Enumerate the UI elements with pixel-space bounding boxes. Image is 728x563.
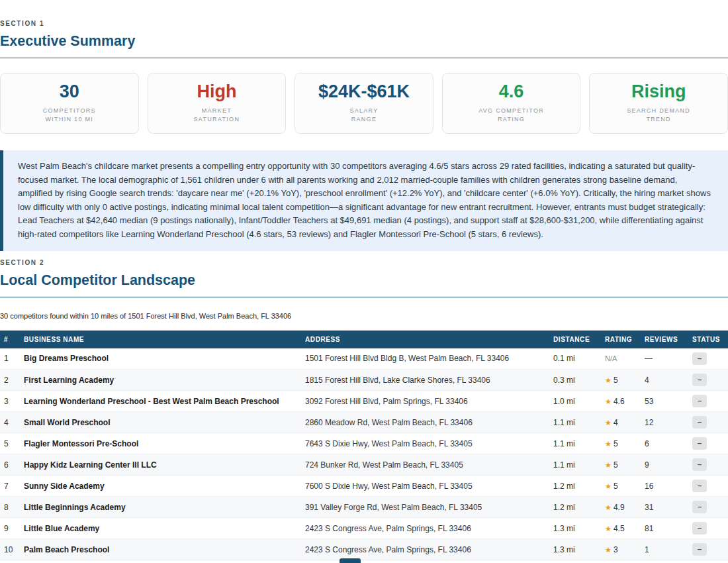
status-cell: – [688, 476, 728, 497]
stat-label-line2: RATING [498, 116, 525, 123]
col-header-business-name: BUSINESS NAME [20, 331, 301, 348]
status-badge: – [692, 522, 707, 535]
rating-cell: ★3 [601, 539, 641, 560]
clipped-row-fragment [340, 558, 361, 563]
status-cell: – [688, 433, 728, 454]
row-number: 9 [0, 518, 20, 539]
distance-value: 1.1 mi [549, 454, 601, 476]
rating-value: 5 [614, 439, 618, 448]
star-icon: ★ [605, 525, 612, 533]
star-icon: ★ [605, 546, 612, 554]
business-name: Little Beginnings Academy [20, 497, 301, 518]
distance-value: 1.3 mi [549, 539, 601, 560]
rating-value: 4.9 [614, 503, 625, 512]
star-icon: ★ [605, 419, 612, 427]
status-badge: – [692, 543, 707, 556]
business-name: Palm Beach Preschool [20, 539, 301, 560]
status-badge: – [692, 395, 707, 407]
row-number: 5 [0, 433, 20, 454]
star-icon: ★ [605, 503, 612, 511]
rating-cell: ★5 [601, 476, 641, 497]
business-address: 1501 Forest Hill Blvd Bldg B, West Palm … [301, 348, 549, 370]
status-badge: – [692, 437, 707, 450]
table-row: 6 Happy Kidz Learning Center III LLC 724… [0, 454, 728, 476]
distance-value: 1.2 mi [549, 476, 601, 497]
status-cell: – [688, 348, 728, 370]
star-icon: ★ [605, 482, 612, 490]
reviews-count: 9 [641, 454, 688, 476]
rating-value: 5 [614, 376, 618, 385]
reviews-count: 4 [641, 370, 688, 391]
stat-card: High MARKET SATURATION [148, 73, 287, 134]
distance-value: 1.3 mi [549, 518, 601, 539]
rating-value: 4.5 [614, 524, 625, 533]
distance-value: 0.3 mi [549, 370, 601, 391]
stat-label: SALARY RANGE [349, 107, 378, 124]
competitor-landscape-section: SECTION 2 Local Competitor Landscape 30 … [0, 259, 728, 561]
row-number: 2 [0, 370, 20, 391]
business-name: Sunny Side Academy [20, 476, 301, 497]
rating-cell: ★4.5 [601, 518, 641, 539]
distance-value: 0.1 mi [549, 348, 601, 370]
status-badge: – [692, 480, 707, 492]
stat-label: COMPETITORS WITHIN 10 MI [43, 107, 96, 124]
stat-label-line1: MARKET [202, 107, 232, 114]
rating-cell: ★5 [601, 370, 641, 391]
col-header-address: ADDRESS [301, 331, 549, 348]
status-cell: – [688, 391, 728, 412]
summary-callout: West Palm Beach's childcare market prese… [0, 150, 728, 251]
row-number: 6 [0, 454, 20, 476]
section2-kicker: SECTION 2 [0, 259, 728, 266]
business-name: Little Blue Academy [20, 518, 301, 539]
rating-value: 5 [614, 482, 618, 491]
status-badge: – [692, 416, 707, 429]
col-header-status: STATUS [688, 331, 728, 348]
competitor-table-body: 1 Big Dreams Preschool 1501 Forest Hill … [0, 348, 728, 560]
star-icon: ★ [605, 376, 612, 384]
business-name: Small World Preschool [20, 412, 301, 433]
reviews-count: 6 [641, 433, 688, 454]
executive-summary-section: SECTION 1 Executive Summary 30 COMPETITO… [0, 20, 728, 251]
stat-label-line1: SEARCH DEMAND [627, 107, 690, 114]
section1-kicker: SECTION 1 [0, 20, 728, 27]
business-name: Big Dreams Preschool [20, 348, 301, 370]
stat-value: 30 [60, 83, 79, 101]
stat-card: $24K-$61K SALARY RANGE [295, 73, 433, 134]
stat-value: Rising [631, 83, 686, 101]
business-name: Flagler Montessori Pre-School [20, 433, 301, 454]
business-address: 7643 S Dixie Hwy, West Palm Beach, FL 33… [301, 433, 549, 454]
table-row: 8 Little Beginnings Academy 391 Valley F… [0, 497, 728, 518]
rating-cell: ★4.6 [601, 391, 641, 412]
business-name: Happy Kidz Learning Center III LLC [20, 454, 301, 476]
col-header-distance: DISTANCE [549, 331, 601, 348]
section2-title: Local Competitor Landscape [0, 272, 728, 297]
table-row: 9 Little Blue Academy 2423 S Congress Av… [0, 518, 728, 539]
rating-cell: N/A [601, 348, 641, 370]
stat-card: 30 COMPETITORS WITHIN 10 MI [0, 73, 139, 134]
stat-label: MARKET SATURATION [194, 107, 240, 124]
status-cell: – [688, 454, 728, 476]
distance-value: 1.1 mi [549, 412, 601, 433]
business-address: 2423 S Congress Ave, Palm Springs, FL 33… [301, 539, 549, 560]
col-header-rating: RATING [601, 331, 641, 348]
table-row: 1 Big Dreams Preschool 1501 Forest Hill … [0, 348, 728, 370]
row-number: 10 [0, 539, 20, 560]
stat-card: Rising SEARCH DEMAND TREND [589, 73, 728, 134]
stat-label-line1: AVG COMPETITOR [478, 107, 544, 114]
row-number: 4 [0, 412, 20, 433]
status-badge: – [692, 352, 707, 365]
star-icon: ★ [605, 461, 612, 469]
table-row: 7 Sunny Side Academy 7600 S Dixie Hwy, W… [0, 476, 728, 497]
status-badge: – [692, 501, 707, 513]
competitor-table: # BUSINESS NAME ADDRESS DISTANCE RATING … [0, 331, 728, 561]
stat-value: 4.6 [499, 83, 524, 101]
status-badge: – [692, 458, 707, 471]
row-number: 1 [0, 348, 20, 370]
rating-cell: ★4 [601, 412, 641, 433]
col-header-reviews: REVIEWS [641, 331, 688, 348]
row-number: 3 [0, 391, 20, 412]
row-number: 8 [0, 497, 20, 518]
stat-label-line1: SALARY [349, 107, 378, 114]
stat-value: $24K-$61K [318, 83, 410, 101]
competitor-table-header: # BUSINESS NAME ADDRESS DISTANCE RATING … [0, 331, 728, 348]
